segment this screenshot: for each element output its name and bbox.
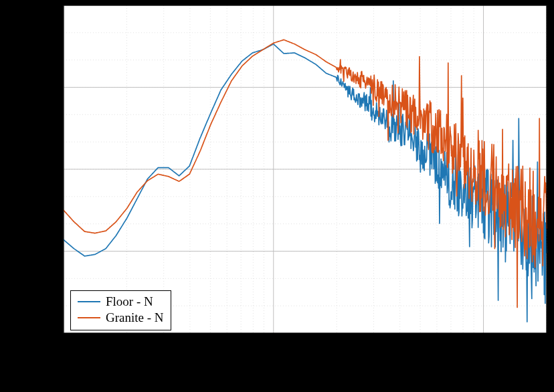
legend-swatch [78, 301, 100, 302]
legend-item: Floor - N [78, 294, 164, 310]
legend-swatch [78, 317, 100, 318]
legend-label: Floor - N [106, 294, 153, 310]
chart-legend: Floor - NGranite - N [70, 290, 171, 330]
legend-item: Granite - N [78, 310, 164, 326]
legend-label: Granite - N [106, 310, 164, 326]
line-chart [0, 0, 554, 392]
